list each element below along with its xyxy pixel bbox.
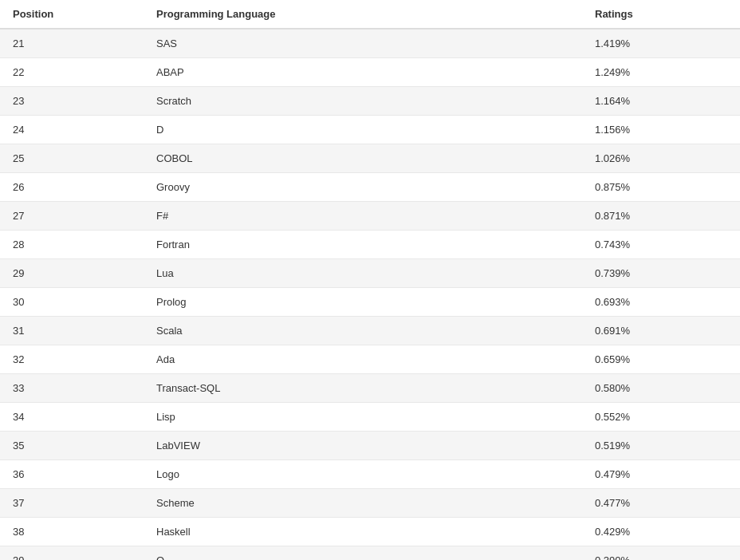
cell-language: Logo — [144, 460, 582, 489]
cell-language: Ada — [144, 345, 582, 374]
cell-language: Scala — [144, 317, 582, 345]
table-row: 39Q0.390% — [0, 546, 740, 561]
cell-position: 29 — [0, 259, 144, 288]
cell-ratings: 1.156% — [582, 116, 740, 144]
cell-ratings: 0.580% — [582, 374, 740, 403]
cell-language: Groovy — [144, 173, 582, 202]
cell-ratings: 0.743% — [582, 231, 740, 259]
cell-ratings: 0.871% — [582, 202, 740, 231]
table-row: 36Logo0.479% — [0, 460, 740, 489]
rankings-table: Position Programming Language Ratings 21… — [0, 0, 740, 560]
cell-ratings: 0.390% — [582, 546, 740, 561]
cell-position: 28 — [0, 231, 144, 259]
table-body: 21SAS1.419%22ABAP1.249%23Scratch1.164%24… — [0, 29, 740, 560]
cell-position: 30 — [0, 288, 144, 317]
header-position: Position — [0, 0, 144, 29]
cell-language: Lisp — [144, 403, 582, 432]
cell-position: 32 — [0, 345, 144, 374]
cell-language: Fortran — [144, 231, 582, 259]
cell-position: 33 — [0, 374, 144, 403]
cell-position: 36 — [0, 460, 144, 489]
table-row: 28Fortran0.743% — [0, 231, 740, 259]
cell-language: F# — [144, 202, 582, 231]
table-row: 32Ada0.659% — [0, 345, 740, 374]
cell-ratings: 0.691% — [582, 317, 740, 345]
header-language: Programming Language — [144, 0, 582, 29]
cell-position: 31 — [0, 317, 144, 345]
table-row: 23Scratch1.164% — [0, 87, 740, 116]
header-ratings: Ratings — [582, 0, 740, 29]
cell-language: COBOL — [144, 144, 582, 173]
cell-language: D — [144, 116, 582, 144]
cell-position: 37 — [0, 489, 144, 518]
table-row: 25COBOL1.026% — [0, 144, 740, 173]
table-header-row: Position Programming Language Ratings — [0, 0, 740, 29]
cell-position: 25 — [0, 144, 144, 173]
cell-language: Q — [144, 546, 582, 561]
table-row: 37Scheme0.477% — [0, 489, 740, 518]
cell-ratings: 0.739% — [582, 259, 740, 288]
cell-position: 26 — [0, 173, 144, 202]
cell-language: SAS — [144, 29, 582, 58]
cell-position: 35 — [0, 432, 144, 460]
cell-ratings: 0.429% — [582, 518, 740, 546]
table-row: 21SAS1.419% — [0, 29, 740, 58]
cell-position: 38 — [0, 518, 144, 546]
table-row: 27F#0.871% — [0, 202, 740, 231]
table-row: 38Haskell0.429% — [0, 518, 740, 546]
table-row: 35LabVIEW0.519% — [0, 432, 740, 460]
cell-ratings: 0.552% — [582, 403, 740, 432]
table-row: 30Prolog0.693% — [0, 288, 740, 317]
cell-language: Prolog — [144, 288, 582, 317]
cell-position: 23 — [0, 87, 144, 116]
table-row: 31Scala0.691% — [0, 317, 740, 345]
cell-ratings: 1.249% — [582, 58, 740, 87]
table-row: 29Lua0.739% — [0, 259, 740, 288]
cell-ratings: 0.693% — [582, 288, 740, 317]
cell-position: 34 — [0, 403, 144, 432]
cell-ratings: 0.659% — [582, 345, 740, 374]
table-row: 22ABAP1.249% — [0, 58, 740, 87]
cell-language: Scratch — [144, 87, 582, 116]
cell-language: Lua — [144, 259, 582, 288]
cell-position: 27 — [0, 202, 144, 231]
cell-position: 39 — [0, 546, 144, 561]
cell-ratings: 1.164% — [582, 87, 740, 116]
cell-language: Scheme — [144, 489, 582, 518]
table-row: 26Groovy0.875% — [0, 173, 740, 202]
cell-ratings: 1.419% — [582, 29, 740, 58]
cell-language: ABAP — [144, 58, 582, 87]
cell-ratings: 1.026% — [582, 144, 740, 173]
cell-position: 24 — [0, 116, 144, 144]
cell-language: Transact-SQL — [144, 374, 582, 403]
table-row: 34Lisp0.552% — [0, 403, 740, 432]
cell-ratings: 0.875% — [582, 173, 740, 202]
table-container: Position Programming Language Ratings 21… — [0, 0, 740, 560]
table-row: 24D1.156% — [0, 116, 740, 144]
table-row: 33Transact-SQL0.580% — [0, 374, 740, 403]
cell-ratings: 0.479% — [582, 460, 740, 489]
cell-language: Haskell — [144, 518, 582, 546]
cell-position: 21 — [0, 29, 144, 58]
cell-language: LabVIEW — [144, 432, 582, 460]
cell-position: 22 — [0, 58, 144, 87]
cell-ratings: 0.477% — [582, 489, 740, 518]
cell-ratings: 0.519% — [582, 432, 740, 460]
